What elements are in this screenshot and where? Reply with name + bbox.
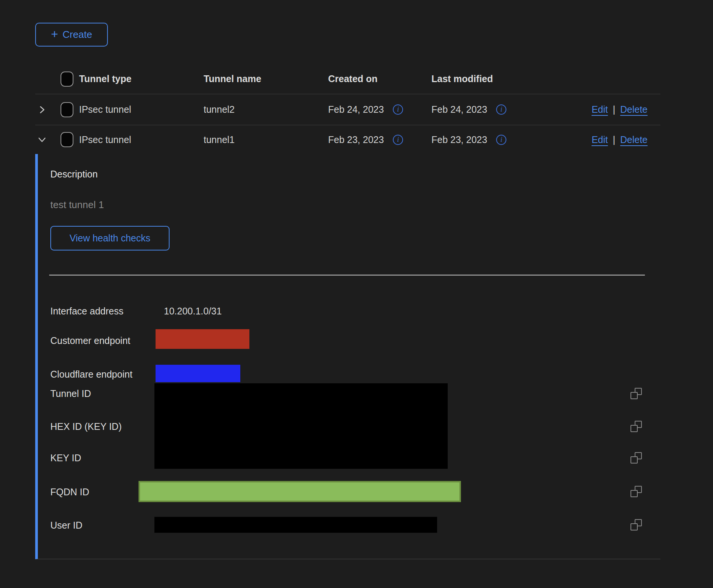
user-id-redaction [154,517,437,533]
tunnel-name-cell: tunnel1 [204,134,328,145]
hex-id-label: HEX ID (KEY ID) [50,421,121,432]
tunnel-id-redaction [154,383,448,469]
create-button[interactable]: + Create [35,23,108,47]
collapse-row-button[interactable] [35,135,55,144]
customer-endpoint-label: Customer endpoint [50,335,130,346]
action-separator: | [613,104,615,115]
column-header-tunnel-name: Tunnel name [204,73,328,84]
interface-address-label: Interface address [50,305,123,317]
user-id-label: User ID [50,520,83,531]
description-value: test tunnel 1 [50,199,104,211]
chevron-down-icon [37,135,47,144]
key-id-label: KEY ID [50,452,81,464]
tunnels-page: + Create Tunnel type Tunnel name Created… [0,0,713,588]
info-icon[interactable] [496,104,506,115]
section-divider [49,275,645,275]
cloudflare-endpoint-label: Cloudflare endpoint [50,369,132,380]
tunnel-name-cell: tunnel2 [204,104,328,115]
edit-link[interactable]: Edit [592,104,608,115]
column-header-created-on: Created on [328,73,431,84]
row-checkbox[interactable] [61,132,73,147]
info-icon[interactable] [393,135,403,145]
tunnel-type-cell: IPsec tunnel [79,134,204,145]
created-on-value: Feb 23, 2023 [328,134,384,145]
tunnel-type-cell: IPsec tunnel [79,104,204,115]
row-checkbox[interactable] [61,102,73,117]
info-icon[interactable] [496,135,506,145]
table-row: IPsec tunnel tunnel2 Feb 24, 2023 Feb 24… [35,94,660,125]
interface-address-value: 10.200.1.0/31 [164,305,222,317]
copy-icon[interactable] [630,486,642,497]
last-modified-value: Feb 24, 2023 [431,104,487,115]
last-modified-value: Feb 23, 2023 [431,134,487,145]
select-all-checkbox[interactable] [61,72,73,87]
info-icon[interactable] [393,104,403,115]
delete-link[interactable]: Delete [620,134,648,145]
create-button-label: Create [62,29,92,40]
view-health-checks-button[interactable]: View health checks [50,226,170,250]
customer-endpoint-redaction [156,329,249,349]
copy-icon[interactable] [630,452,642,464]
fqdn-id-redaction [139,481,461,502]
table-header: Tunnel type Tunnel name Created on Last … [35,64,660,94]
column-header-last-modified: Last modified [431,73,543,84]
column-header-tunnel-type: Tunnel type [79,73,204,84]
plus-icon: + [51,28,58,40]
tunnel-id-label: Tunnel ID [50,388,91,399]
table-row-expanded: IPsec tunnel tunnel1 Feb 23, 2023 Feb 23… [35,125,660,154]
description-heading: Description [50,168,98,180]
delete-link[interactable]: Delete [620,104,648,115]
fqdn-id-label: FQDN ID [50,486,89,498]
tunnels-table: Tunnel type Tunnel name Created on Last … [35,64,660,559]
tunnel-detail-panel: Description test tunnel 1 View health ch… [35,154,660,559]
copy-icon[interactable] [630,421,642,432]
action-separator: | [613,134,615,145]
copy-icon[interactable] [630,388,642,399]
cloudflare-endpoint-redaction [156,365,240,382]
edit-link[interactable]: Edit [592,134,608,145]
chevron-right-icon [37,105,47,114]
created-on-value: Feb 24, 2023 [328,104,384,115]
expand-row-button[interactable] [35,105,55,114]
copy-icon[interactable] [630,519,642,530]
